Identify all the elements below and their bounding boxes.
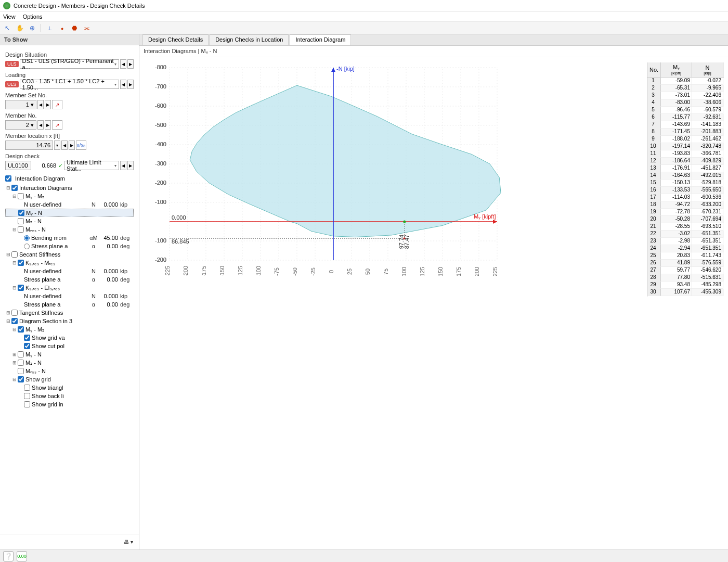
options-tree: ⊟Interaction Diagrams ⊟Mᵧ - M₂ N user-de… <box>5 184 134 408</box>
content-area: Design Check Details Design Checks in Lo… <box>139 34 728 550</box>
expand-icon[interactable]: ⊟ <box>11 225 18 234</box>
tree-checkbox[interactable] <box>18 210 24 216</box>
next-button[interactable]: ▶ <box>45 120 51 130</box>
menu-view[interactable]: View <box>3 14 16 20</box>
member-no-label: Member No. <box>5 112 134 119</box>
svg-marker-61 <box>493 220 497 224</box>
tool-dim2-icon[interactable]: ⬣ <box>69 23 80 33</box>
tree-checkbox[interactable] <box>18 351 24 357</box>
tree-checkbox[interactable] <box>18 260 24 266</box>
pick-member-icon[interactable]: ↗ <box>52 120 62 130</box>
expand-icon[interactable]: ⊞ <box>11 359 18 367</box>
menu-options[interactable]: Options <box>23 14 43 20</box>
print-icon[interactable]: 🖶 ▾ <box>123 537 134 546</box>
tree-checkbox[interactable] <box>18 226 24 233</box>
svg-text:200: 200 <box>157 257 166 263</box>
svg-text:-75: -75 <box>274 267 280 276</box>
next-button[interactable]: ▶ <box>127 59 134 69</box>
uls-badge: ULS <box>5 81 19 87</box>
design-situation-combo[interactable]: DS1 - ULS (STR/GEO) - Permanent a...▾ <box>20 59 119 69</box>
expand-icon[interactable]: ⊟ <box>5 184 11 192</box>
member-no-input[interactable]: 2 ▾ <box>5 120 36 130</box>
prev-button[interactable]: ◀ <box>61 140 68 150</box>
expand-icon[interactable]: ⊟ <box>11 284 18 292</box>
expand-icon[interactable]: ⊟ <box>11 259 18 267</box>
svg-text:-400: -400 <box>155 141 166 147</box>
tree-checkbox[interactable] <box>11 185 18 191</box>
member-location-input[interactable]: 14.76 <box>5 140 53 150</box>
svg-text:-225: -225 <box>164 266 171 276</box>
svg-text:86.845: 86.845 <box>172 238 189 245</box>
app-icon <box>3 2 10 9</box>
tree-radio[interactable] <box>24 235 30 241</box>
sidebar-header: To Show <box>0 34 139 45</box>
next-button[interactable]: ▶ <box>127 80 134 89</box>
units-icon[interactable]: 0.00 <box>17 551 27 561</box>
expand-icon[interactable]: ⊟ <box>11 325 18 334</box>
next-button[interactable]: ▶ <box>69 140 75 150</box>
svg-text:-150: -150 <box>219 266 225 276</box>
design-check-label: Design check <box>5 153 134 159</box>
tree-checkbox[interactable] <box>11 318 18 324</box>
tree-checkbox[interactable] <box>18 218 24 224</box>
svg-text:-700: -700 <box>155 83 166 90</box>
help-icon[interactable]: ❔ <box>3 551 14 561</box>
tree-checkbox[interactable] <box>24 385 30 391</box>
tree-checkbox[interactable] <box>11 310 18 316</box>
expand-icon[interactable]: ⊟ <box>11 192 18 200</box>
tree-checkbox[interactable] <box>11 251 18 258</box>
tool-cursor-icon[interactable]: ↖ <box>2 23 12 33</box>
col-my[interactable]: Mᵧ[kipft] <box>661 62 692 77</box>
expand-icon[interactable]: ⊞ <box>11 350 18 359</box>
tree-radio[interactable] <box>24 244 30 249</box>
design-check-combo[interactable]: Ultimate Limit Stat...▾ <box>64 161 119 170</box>
expand-icon[interactable]: ⊟ <box>11 375 18 384</box>
tool-section-icon[interactable]: ⫘ <box>82 23 92 33</box>
sidebar: To Show Design Situation ULS DS1 - ULS (… <box>0 34 139 550</box>
prev-button[interactable]: ◀ <box>37 100 44 109</box>
svg-text:200: 200 <box>474 267 480 276</box>
tree-checkbox[interactable] <box>18 326 24 333</box>
table-body[interactable]: 1-59.09-0.0222-65.31-9.9653-73.01-22.406… <box>647 78 724 297</box>
tool-hand-icon[interactable]: ✋ <box>15 23 25 33</box>
dropdown-button[interactable]: ▾ <box>54 140 60 150</box>
svg-text:-175: -175 <box>201 266 207 276</box>
tool-dim1-icon[interactable]: ⬥ <box>57 23 67 33</box>
expand-icon[interactable]: ⊟ <box>5 317 11 325</box>
prev-button[interactable]: ◀ <box>120 59 126 69</box>
tab-design-checks-location[interactable]: Design Checks in Location <box>210 34 289 45</box>
next-button[interactable]: ▶ <box>127 161 134 170</box>
tool-zoom-icon[interactable]: ⊕ <box>27 23 37 33</box>
pick-member-icon[interactable]: ↗ <box>52 100 62 109</box>
loading-combo[interactable]: CO3 - 1.35 * LC1 + 1.50 * LC2 + 1.50...▾ <box>20 80 119 89</box>
tab-interaction-diagram[interactable]: Interaction Diagram <box>290 34 351 45</box>
interaction-diagram-checkbox[interactable] <box>5 175 11 182</box>
prev-button[interactable]: ◀ <box>120 80 126 89</box>
svg-text:25: 25 <box>346 269 353 275</box>
tree-checkbox[interactable] <box>18 360 24 366</box>
member-set-input[interactable]: 1 ▾ <box>5 100 36 109</box>
expand-icon[interactable]: ⊞ <box>5 309 11 317</box>
tree-checkbox[interactable] <box>24 343 30 349</box>
tree-checkbox[interactable] <box>24 393 30 399</box>
tree-checkbox[interactable] <box>18 376 24 382</box>
toolbar-separator <box>41 24 41 32</box>
next-button[interactable]: ▶ <box>45 100 51 109</box>
col-n[interactable]: N[kip] <box>692 62 723 77</box>
check-ok-icon: ✓ <box>58 162 63 169</box>
tab-design-check-details[interactable]: Design Check Details <box>142 34 209 45</box>
prev-button[interactable]: ◀ <box>37 120 44 130</box>
svg-text:0.000: 0.000 <box>172 214 186 221</box>
expand-icon[interactable]: ⊟ <box>5 250 11 259</box>
svg-text:-100: -100 <box>155 199 166 205</box>
x-x0-icon[interactable]: x/x₀ <box>76 140 86 150</box>
col-no[interactable]: No. <box>647 62 661 77</box>
tree-checkbox[interactable] <box>18 285 24 291</box>
tree-checkbox[interactable] <box>24 401 30 407</box>
tree-checkbox[interactable] <box>18 193 24 199</box>
tree-checkbox[interactable] <box>24 335 30 341</box>
tool-load-icon[interactable]: ⟂ <box>44 23 55 33</box>
prev-button[interactable]: ◀ <box>120 161 126 170</box>
titlebar: Concrete Design - Members - Design Check… <box>0 0 728 11</box>
tree-checkbox[interactable] <box>18 368 24 374</box>
